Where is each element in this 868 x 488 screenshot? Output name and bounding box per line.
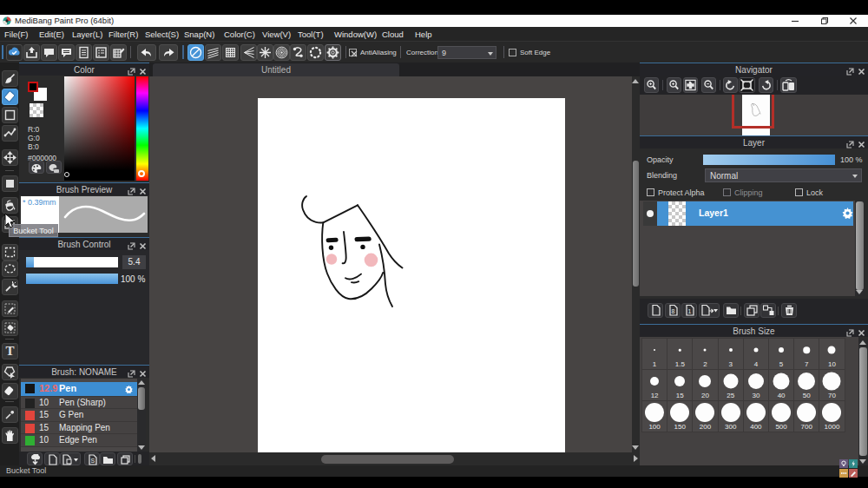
svg-text:1: 1	[687, 308, 691, 314]
svg-text:S: S	[90, 458, 95, 464]
svg-text:8: 8	[671, 308, 674, 314]
